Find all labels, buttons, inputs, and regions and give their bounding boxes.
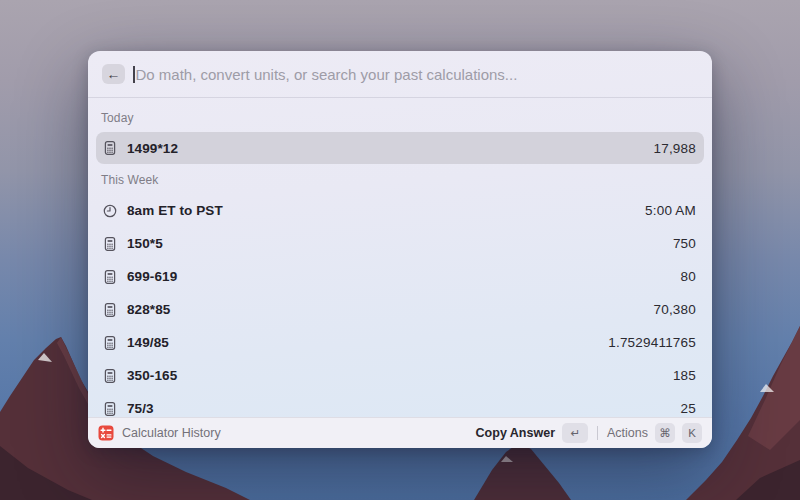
- actions-label: Actions: [607, 426, 648, 440]
- row-value: 17,988: [654, 141, 697, 156]
- calculator-icon: [102, 401, 118, 417]
- list-item[interactable]: 8am ET to PST5:00 AM: [96, 194, 704, 227]
- back-button[interactable]: ←: [102, 64, 125, 84]
- row-title: 75/3: [127, 401, 154, 416]
- launcher-window: ← Today1499*1217,988This Week8am ET to P…: [88, 51, 712, 448]
- calculator-icon: [102, 269, 118, 285]
- app-label: Calculator History: [122, 426, 221, 440]
- calculator-app-icon: [98, 425, 114, 441]
- row-value: 185: [673, 368, 696, 383]
- back-arrow-icon: ←: [107, 66, 121, 82]
- copy-answer-button[interactable]: Copy Answer ↵: [476, 423, 588, 443]
- row-title: 8am ET to PST: [127, 203, 223, 218]
- calculator-icon: [102, 335, 118, 351]
- row-title: 350-165: [127, 368, 177, 383]
- row-title: 699-619: [127, 269, 177, 284]
- enter-key-icon: ↵: [562, 423, 588, 443]
- clock-icon: [102, 203, 118, 219]
- list-item[interactable]: 149/851.7529411765: [96, 326, 704, 359]
- row-title: 149/85: [127, 335, 169, 350]
- section-label: This Week: [96, 164, 704, 194]
- search-bar: ←: [88, 51, 712, 97]
- calculator-icon: [102, 140, 118, 156]
- row-value: 750: [673, 236, 696, 251]
- row-value: 80: [681, 269, 696, 284]
- list-item[interactable]: 150*5750: [96, 227, 704, 260]
- copy-answer-label: Copy Answer: [476, 426, 555, 440]
- row-title: 150*5: [127, 236, 163, 251]
- row-value: 1.7529411765: [608, 335, 696, 350]
- list-item[interactable]: 828*8570,380: [96, 293, 704, 326]
- list-item[interactable]: 699-61980: [96, 260, 704, 293]
- calculator-icon: [102, 368, 118, 384]
- footer-actions: Copy Answer ↵ Actions ⌘ K: [476, 423, 702, 443]
- list-item[interactable]: 350-165185: [96, 359, 704, 392]
- row-value: 5:00 AM: [645, 203, 696, 218]
- row-title: 828*85: [127, 302, 170, 317]
- footer-divider: [597, 426, 598, 440]
- cmd-key-icon: ⌘: [655, 423, 675, 443]
- list: Today1499*1217,988This Week8am ET to PST…: [88, 98, 712, 448]
- row-value: 25: [681, 401, 696, 416]
- k-key-icon: K: [682, 423, 702, 443]
- actions-button[interactable]: Actions ⌘ K: [607, 423, 702, 443]
- row-value: 70,380: [654, 302, 697, 317]
- calculator-icon: [102, 302, 118, 318]
- footer: Calculator History Copy Answer ↵ Actions…: [88, 417, 712, 448]
- list-item[interactable]: 1499*1217,988: [96, 132, 704, 164]
- section-label: Today: [96, 102, 704, 132]
- row-title: 1499*12: [127, 141, 178, 156]
- text-caret: [133, 66, 135, 83]
- search-input[interactable]: [136, 66, 699, 83]
- calculator-icon: [102, 236, 118, 252]
